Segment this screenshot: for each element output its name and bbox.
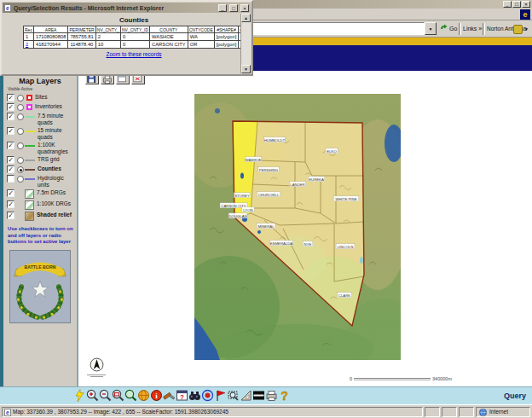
layer-label: Shaded relief [36, 212, 75, 218]
layer-visible-checkbox[interactable]: ✓ [7, 156, 14, 164]
help-icon[interactable]: ? [278, 389, 291, 403]
ie-window-icon: e [4, 4, 11, 12]
image-toggle-icon[interactable] [252, 389, 265, 403]
layer-row-counties: ✓Counties [3, 165, 77, 174]
layer-active-radio[interactable] [17, 157, 24, 164]
results-cell: [polygon] [214, 41, 239, 49]
zoom-to-records-link[interactable]: Zoom to these records [23, 51, 240, 57]
zoom-active-layer-icon[interactable] [124, 389, 137, 403]
popup-title-bar[interactable]: e Query/Selection Results - Microsoft In… [3, 3, 251, 13]
norton-shield-icon [513, 25, 523, 34]
buffer-icon[interactable] [201, 389, 214, 403]
zoom-in-icon[interactable] [86, 389, 99, 403]
svg-text:?: ? [280, 389, 288, 402]
results-row: 117108080808785755.8120WASHOEWA[polygon]… [24, 33, 241, 41]
layer-visible-checkbox[interactable]: ✓ [7, 113, 14, 120]
record-link[interactable]: 2 [26, 42, 28, 47]
main-restore-button[interactable]: □ [512, 1, 521, 8]
layer-visible-checkbox[interactable] [7, 175, 14, 183]
layer-active-radio[interactable] [17, 128, 24, 135]
layer-visible-checkbox[interactable]: ✓ [7, 142, 14, 149]
stored-query-icon[interactable]: ? [176, 389, 188, 403]
map-credit-text [87, 374, 106, 375]
layer-row-hydrologic-units: Hydrologic units [3, 174, 77, 189]
layer-visible-checkbox[interactable]: ✓ [7, 165, 14, 173]
layer-active-radio[interactable] [17, 166, 24, 173]
layer-label: Hydrologic units [37, 175, 76, 188]
scroll-down-icon[interactable]: ▼ [241, 65, 251, 73]
county-label-storey: STOREY [234, 193, 250, 198]
main-close-button[interactable]: × [522, 1, 530, 8]
layer-swatch-icon [25, 131, 35, 132]
query-results-popup: e Query/Selection Results - Microsoft In… [0, 0, 253, 76]
svg-text:WASHOE: WASHOE [246, 158, 262, 162]
address-dropdown-button[interactable]: ▼ [425, 22, 437, 35]
layer-label: Inventories [34, 103, 73, 110]
layer-active-radio[interactable] [17, 113, 24, 120]
county-label-douglas: DOUGLAS [228, 213, 247, 218]
popup-close-button[interactable]: × [240, 4, 249, 12]
layer-label: 7.5 minute quads [37, 113, 76, 125]
map-image[interactable]: HUMBOLDTELKOWASHOEPERSHINGEUREKALANDERCH… [194, 94, 401, 360]
popup-scrollbar[interactable]: ▲ ▼ [240, 14, 251, 73]
record-link[interactable]: 1 [26, 34, 28, 39]
scale-bar: 0 340000m [350, 376, 452, 381]
find-icon[interactable] [188, 389, 201, 403]
layer-active-radio[interactable] [17, 142, 24, 149]
zoom-out-icon[interactable] [99, 389, 112, 403]
layer-visible-checkbox[interactable]: ✓ [7, 189, 14, 197]
layer-row-inventories: ✓Inventories [3, 102, 77, 112]
layer-thumbnail-icon [25, 200, 34, 210]
layer-row-1-100k-quadrangles: ✓1:100K quadrangles [3, 141, 77, 155]
layer-swatch-icon [25, 178, 35, 180]
zoom-full-extent-icon[interactable] [137, 389, 150, 403]
popup-minimize-button[interactable]: _ [218, 4, 227, 12]
print-icon[interactable] [265, 389, 278, 403]
results-cell: 0 [120, 33, 149, 41]
layer-visible-checkbox[interactable]: ✓ [7, 94, 14, 102]
results-col-header: PERIMETER [68, 26, 95, 33]
links-menu[interactable]: Links » [463, 23, 482, 35]
svg-text:PERSHING: PERSHING [259, 168, 279, 172]
county-label-lander: LANDER [289, 182, 305, 187]
layer-swatch-icon [26, 104, 32, 110]
layer-swatch-icon [25, 160, 35, 161]
results-row: 2418270944114878.40100CARSON CITYOR[poly… [24, 41, 241, 49]
map-layers-title: Map Layers [3, 77, 77, 85]
main-minimize-button[interactable]: _ [503, 1, 512, 8]
layer-active-radio[interactable] [17, 104, 24, 111]
layer-label: 15 minute quads [37, 127, 76, 140]
results-table: RecAREAPERIMETERNV_CNTY_NV_CNTY_IDCOUNTY… [23, 26, 240, 49]
zoom-box-icon[interactable] [112, 389, 124, 403]
svg-text:LYON: LYON [243, 208, 252, 212]
measure-icon[interactable] [240, 389, 252, 403]
layer-row-7-5-minute-quads: ✓7.5 minute quads [3, 112, 77, 126]
results-cell: 785755.81 [68, 33, 95, 41]
results-cell: WASHOE [150, 33, 188, 41]
scroll-up-icon[interactable]: ▲ [241, 14, 251, 22]
layer-visible-checkbox[interactable]: ✓ [7, 127, 14, 135]
county-label-esmeralda: ESMERALDA [270, 241, 293, 246]
layer-active-radio[interactable] [17, 176, 24, 183]
county-label-pershing: PERSHING [258, 167, 279, 172]
results-cell: 114878.40 [68, 41, 95, 49]
status-text: Map: 337360.39 , 3807953.29 -- Image: 42… [13, 408, 228, 416]
build-query-icon[interactable] [163, 389, 176, 403]
map-tool-band: i?? Query [0, 386, 532, 404]
layer-visible-checkbox[interactable]: ✓ [7, 212, 14, 219]
status-pane [442, 407, 457, 417]
hyperlink-icon[interactable] [73, 389, 86, 403]
layer-visible-checkbox[interactable]: ✓ [7, 103, 14, 111]
norton-dropdown-arrow[interactable]: ▼ [524, 23, 529, 35]
layer-label: TRS grid [37, 156, 76, 163]
layer-row-15-minute-quads: ✓15 minute quads [3, 126, 77, 141]
layer-active-radio[interactable] [17, 95, 24, 102]
layer-visible-checkbox[interactable]: ✓ [7, 200, 14, 208]
select-flag-icon[interactable] [214, 389, 227, 403]
popup-maximize-button[interactable]: □ [229, 4, 238, 12]
results-cell: [polygon] [214, 33, 239, 41]
identify-icon[interactable]: i [150, 389, 163, 403]
select-box-icon[interactable] [227, 389, 240, 403]
results-col-header: Rec [24, 26, 34, 33]
go-button[interactable]: Go [440, 23, 457, 35]
